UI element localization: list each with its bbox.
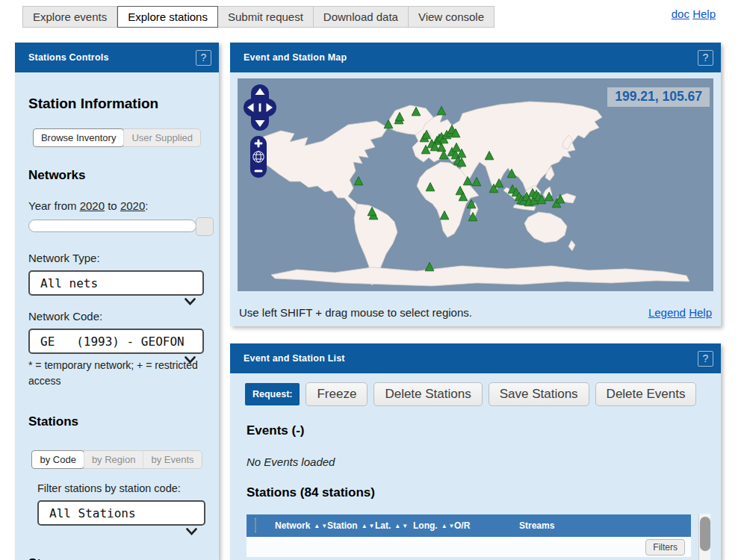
tab-download-data[interactable]: Download data [314,6,409,28]
sort-icons[interactable]: ▲▼ [394,523,409,529]
map-panel-header: Event and Station Map ? [230,43,721,72]
select-all-checkbox[interactable] [255,518,256,532]
column-network-label: Network [275,520,310,531]
tab-view-console[interactable]: View console [409,6,495,28]
user-supplied-button[interactable]: User Supplied [123,129,200,146]
scrollbar-thumb[interactable] [700,517,710,551]
networks-heading: Networks [28,168,205,183]
chevron-down-icon [127,280,196,323]
list-panel-header: Event and Station List ? [230,343,721,373]
station-code-value: All Stations [49,506,136,520]
inventory-source-toggle: Browse Inventory User Supplied [33,128,201,147]
year-prefix: Year from [28,199,76,212]
year-slider-handle[interactable] [196,217,214,236]
year-mid: to [108,199,117,212]
delete-stations-button[interactable]: Delete Stations [374,382,482,406]
browse-inventory-button[interactable]: Browse Inventory [33,128,124,147]
network-type-select[interactable]: All nets [28,270,204,296]
event-station-map-panel: Event and Station Map ? [230,43,721,326]
events-heading: Events (-) [247,423,706,438]
chevron-down-icon [128,510,197,553]
network-type-value: All nets [40,276,98,290]
station-code-filter-label: Filter stations by station code: [28,482,205,494]
panel-help-button[interactable]: ? [698,351,713,367]
column-streams-label: Streams [519,520,554,531]
land-antarctica [271,266,689,286]
no-events-message: No Events loaded [247,455,706,468]
year-range-label: Year from 2020 to 2020: [28,199,205,212]
delete-events-button[interactable]: Delete Events [595,382,697,406]
legend-link[interactable]: Legend [648,306,686,319]
column-lat[interactable]: Lat. ▲▼ [375,520,413,531]
column-station[interactable]: Station ▲▼ [327,520,375,531]
by-code-button[interactable]: by Code [31,450,84,469]
by-events-button[interactable]: by Events [143,451,201,468]
stations-heading: Stations [28,414,205,429]
filters-button[interactable]: Filters [645,539,685,556]
map-pan-control [244,84,276,134]
station-filter-mode-toggle: by Code by Region by Events [31,450,202,469]
event-station-list-panel: Event and Station List ? Request: Freeze… [230,343,721,560]
top-links: doc Help [672,7,716,20]
stations-list-heading: Stations (84 stations) [247,485,706,500]
year-to-link[interactable]: 2020 [120,199,145,212]
column-or-label: O/R [454,520,470,531]
tab-explore-stations[interactable]: Explore stations [117,6,218,28]
land-north-america [252,121,388,215]
request-button[interactable]: Request: [245,383,300,405]
map-help-link[interactable]: Help [689,306,712,319]
column-network[interactable]: Network ▲▼ [275,520,327,531]
by-region-button[interactable]: by Region [84,451,143,468]
stations-controls-panel: Stations Controls ? Station Information … [15,43,219,560]
station-marker[interactable] [472,178,481,186]
network-code-select[interactable]: GE (1993) - GEOFON [28,329,204,354]
year-from-link[interactable]: 2020 [80,199,105,212]
cursor-coordinates: 199.21, 105.67 [607,87,710,107]
save-stations-button[interactable]: Save Stations [489,382,589,406]
doc-link[interactable]: doc [672,7,689,20]
list-toolbar: Request: Freeze Delete Stations Save Sta… [245,382,706,406]
land-australia [524,212,567,243]
stations-table: Network ▲▼ Station ▲▼ Lat. ▲▼ Long. ▲▼ O… [247,514,691,557]
year-suffix: : [145,199,148,212]
year-range-slider[interactable] [28,220,196,232]
station-marker[interactable] [425,263,434,271]
panel-help-button[interactable]: ? [196,50,211,66]
tab-explore-events[interactable]: Explore events [22,6,117,28]
column-station-label: Station [327,520,358,531]
panel-title: Stations Controls [28,52,109,63]
main-tab-bar: Explore events Explore stations Submit r… [22,6,495,28]
column-long[interactable]: Long. ▲▼ [413,520,454,531]
map-zoom-control [249,135,267,181]
station-code-select[interactable]: All Stations [37,500,205,526]
world-map[interactable]: 199.21, 105.67 [238,78,713,291]
column-or: O/R [454,520,519,531]
chevron-down-icon [127,338,196,381]
station-marker[interactable] [354,177,363,185]
column-long-label: Long. [413,520,438,531]
panel-title: Event and Station Map [244,52,347,63]
stations-controls-header: Stations Controls ? [15,43,219,72]
stations-list-scrollbar[interactable] [698,514,710,560]
tab-submit-request[interactable]: Submit request [218,6,314,28]
station-information-heading: Station Information [28,96,205,112]
panel-title: Event and Station List [244,353,345,364]
column-lat-label: Lat. [375,520,391,531]
land-new-zealand [568,240,575,251]
sort-icons[interactable]: ▲▼ [362,523,376,529]
stations-table-header: Network ▲▼ Station ▲▼ Lat. ▲▼ Long. ▲▼ O… [247,514,691,537]
filters-row: Filters [247,537,691,557]
column-streams: Streams [519,520,691,531]
station-marker[interactable] [437,107,446,115]
freeze-button[interactable]: Freeze [306,382,368,406]
streams-heading: Streams [28,556,205,560]
world-map-svg [238,78,713,291]
map-hint-text: Use left SHIFT + drag mouse to select re… [239,306,472,319]
network-type-label: Network Type: [28,252,205,264]
panel-help-button[interactable]: ? [698,50,713,66]
help-link[interactable]: Help [692,7,716,20]
